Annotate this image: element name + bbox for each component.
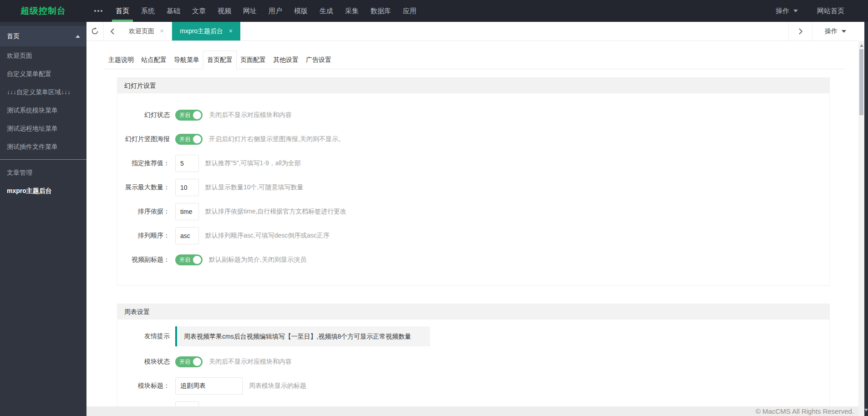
sidebar-item[interactable]: 测试插件文件菜单 xyxy=(0,137,86,156)
scroll-tabs-right-button[interactable] xyxy=(788,22,812,41)
settings-card: 周表设置友情提示周表视频苹果cms后台视频编辑填写【一至日】,视频填8个方可显示… xyxy=(117,304,830,406)
tabstrip-spacer xyxy=(240,22,788,41)
topbar-nav-item[interactable]: 用户 xyxy=(263,0,288,22)
sidebar-item[interactable]: 欢迎页面 xyxy=(0,46,86,65)
settings-tab[interactable]: 主题说明 xyxy=(105,51,137,69)
more-menu-button[interactable] xyxy=(94,10,102,12)
form-row: 指定推荐值：默认推荐"5",可填写1-9，all为全部 xyxy=(117,155,822,172)
tabstrip: 欢迎页面✕mxpro主题后台✕ 操作 xyxy=(86,22,858,41)
text-input[interactable] xyxy=(175,401,199,406)
topbar-nav-item[interactable]: 模版 xyxy=(288,0,314,22)
toggle-knob-icon xyxy=(193,135,201,143)
scroll-up-icon xyxy=(860,44,863,47)
caret-down-icon xyxy=(793,10,798,12)
topbar-nav-item[interactable]: 视频 xyxy=(212,0,237,22)
sidebar-item[interactable]: 测试系统模块菜单 xyxy=(0,101,86,119)
section-body: 幻灯状态开启关闭后不显示对应模块和内容幻灯片竖图海报开启开启后幻灯片右侧显示竖图… xyxy=(117,93,829,285)
form-row: 展示最大数量：默认显示数量10个,可随意填写数量 xyxy=(117,179,822,196)
toggle-switch[interactable]: 开启 xyxy=(175,134,203,145)
settings-tab[interactable]: 站点配置 xyxy=(137,51,170,69)
topbar-nav-item[interactable]: 网址 xyxy=(237,0,263,22)
settings-tabs: 主题说明站点配置导航菜单首页配置页面配置其他设置广告设置 xyxy=(105,51,845,69)
settings-tab[interactable]: 导航菜单 xyxy=(170,51,203,69)
sidebar-item[interactable]: 自定义菜单配置 xyxy=(0,65,86,83)
form-control xyxy=(175,155,199,172)
sidebar-item[interactable]: ↓↓↓自定义菜单区域↓↓↓ xyxy=(0,83,86,101)
form-row: 模块标题：周表模块显示的标题 xyxy=(117,377,822,395)
settings-sections: 幻灯片设置幻灯状态开启关闭后不显示对应模块和内容幻灯片竖图海报开启开启后幻灯片右… xyxy=(86,77,858,406)
topbar-nav-item[interactable]: 系统 xyxy=(135,0,161,22)
topbar-nav-item[interactable]: 生成 xyxy=(314,0,339,22)
tab-operate-label: 操作 xyxy=(825,27,838,36)
text-input[interactable] xyxy=(175,155,199,172)
toggle-state-label: 开启 xyxy=(179,112,190,118)
sidebar-header-home[interactable]: 首页 xyxy=(0,26,86,46)
open-tab-label: mxpro主题后台 xyxy=(180,27,223,36)
app-logo: 超级控制台 xyxy=(20,5,66,17)
content-scrollbar[interactable] xyxy=(858,22,864,416)
form-label: 展示最大数量： xyxy=(117,183,170,192)
chevron-up-icon xyxy=(76,35,80,38)
section-title: 周表设置 xyxy=(117,304,829,320)
tab-operate-dropdown[interactable]: 操作 xyxy=(812,22,858,41)
window-edge-scrollbar[interactable] xyxy=(864,22,868,416)
section-title: 幻灯片设置 xyxy=(117,78,829,93)
open-tab[interactable]: 欢迎页面✕ xyxy=(121,22,172,41)
main-layout: 首页 欢迎页面自定义菜单配置↓↓↓自定义菜单区域↓↓↓测试系统模块菜单测试远程地… xyxy=(0,22,868,416)
toggle-switch[interactable]: 开启 xyxy=(175,356,203,367)
topbar-nav-item[interactable]: 采集 xyxy=(339,0,365,22)
form-control xyxy=(175,203,199,220)
text-input[interactable] xyxy=(175,179,199,196)
copyright-text: © MacCMS All Rights Reserved. xyxy=(756,407,854,415)
form-label: 指定推荐值： xyxy=(117,159,170,167)
close-icon[interactable]: ✕ xyxy=(160,28,164,34)
form-row: 幻灯状态开启关闭后不显示对应模块和内容 xyxy=(117,107,822,124)
toggle-state-label: 开启 xyxy=(179,359,190,365)
scrollbar-thumb[interactable] xyxy=(859,49,863,115)
sidebar-divider xyxy=(0,159,86,160)
form-label: 幻灯状态 xyxy=(117,111,170,119)
refresh-tab-button[interactable] xyxy=(86,22,104,41)
settings-tab[interactable]: 页面配置 xyxy=(237,51,269,69)
form-control xyxy=(175,179,199,196)
text-input[interactable] xyxy=(175,377,243,395)
topbar-nav-item[interactable]: 应用 xyxy=(397,0,422,22)
form-control xyxy=(175,401,199,406)
form-control xyxy=(175,227,199,244)
settings-tab[interactable]: 首页配置 xyxy=(203,51,237,69)
settings-tab[interactable]: 广告设置 xyxy=(302,51,335,69)
settings-tab[interactable]: 其他设置 xyxy=(269,51,302,69)
sidebar: 首页 欢迎页面自定义菜单配置↓↓↓自定义菜单区域↓↓↓测试系统模块菜单测试远程地… xyxy=(0,22,86,416)
sidebar-item[interactable]: mxpro主题后台 xyxy=(0,182,86,200)
field-hint: 关闭后不显示对应模块和内容 xyxy=(209,358,292,366)
field-hint: 开启后幻灯片右侧显示竖图海报,关闭则不显示。 xyxy=(209,135,345,143)
text-input[interactable] xyxy=(175,203,199,220)
topbar-nav-item[interactable]: 数据库 xyxy=(365,0,397,22)
scroll-tabs-left-button[interactable] xyxy=(104,22,121,41)
text-input[interactable] xyxy=(175,227,199,244)
field-hint: 默认排列顺序asc,可填写desc倒序或asc正序 xyxy=(205,232,330,240)
topbar-nav-item[interactable]: 首页 xyxy=(110,0,135,22)
sidebar-item[interactable]: 测试远程地址菜单 xyxy=(0,119,86,137)
section-body: 友情提示周表视频苹果cms后台视频编辑填写【一至日】,视频填8个方可显示正常视频… xyxy=(117,320,829,406)
sidebar-item[interactable]: 文章管理 xyxy=(0,163,86,182)
form-control: 周表视频苹果cms后台视频编辑填写【一至日】,视频填8个方可显示正常视频数量 xyxy=(175,326,430,346)
form-control xyxy=(175,377,243,395)
ellipsis-icon xyxy=(94,10,96,12)
field-hint: 默认排序依据time,自行根据官方文档标签进行更改 xyxy=(205,208,346,216)
scrollbar-track[interactable] xyxy=(858,41,864,416)
open-tab[interactable]: mxpro主题后台✕ xyxy=(172,22,240,41)
ellipsis-icon xyxy=(101,10,102,12)
topbar-operate-dropdown[interactable]: 操作 xyxy=(776,7,798,15)
chevron-left-icon xyxy=(110,28,115,35)
form-label: 模块标题： xyxy=(117,382,170,390)
topbar-action-label: 网站首页 xyxy=(817,7,844,15)
toggle-switch[interactable]: 开启 xyxy=(175,254,203,265)
topbar-right-actions: 操作网站首页 xyxy=(756,7,844,15)
close-icon[interactable]: ✕ xyxy=(228,28,233,34)
topbar-nav-item[interactable]: 基础 xyxy=(161,0,186,22)
topbar-nav-item[interactable]: 文章 xyxy=(186,0,212,22)
toggle-knob-icon xyxy=(193,111,201,119)
site-home-link[interactable]: 网站首页 xyxy=(817,7,844,15)
toggle-switch[interactable]: 开启 xyxy=(175,110,203,121)
